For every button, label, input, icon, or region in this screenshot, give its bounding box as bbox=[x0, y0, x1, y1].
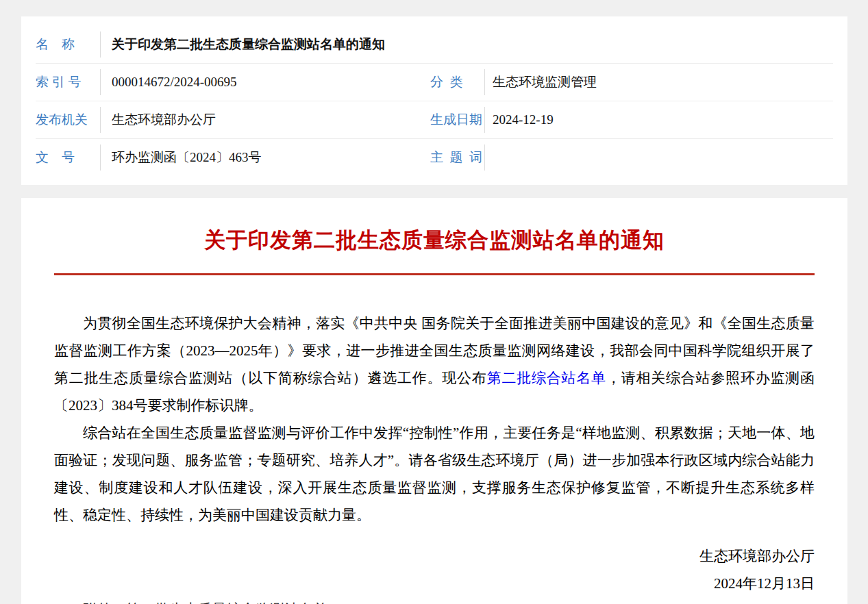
meta-cell-agency: 发布机关 生态环境部办公厅 bbox=[36, 107, 430, 133]
article-panel: 关于印发第二批生态质量综合监测站名单的通知 为贯彻全国生态环境保护大会精神，落实… bbox=[21, 198, 847, 604]
field-label-subject-words: 主 题 词 bbox=[430, 149, 484, 166]
meta-cell-category: 分 类 生态环境监测管理 bbox=[430, 69, 833, 95]
meta-cell-generated-date: 生成日期 2024-12-19 bbox=[430, 107, 833, 133]
meta-row-name: 名 称 关于印发第二批生态质量综合监测站名单的通知 bbox=[36, 26, 833, 63]
label-value-divider bbox=[484, 144, 485, 171]
page: { "colors": { "page_bg": "#f0f0f0", "pan… bbox=[0, 0, 868, 604]
meta-cell-subject-words: 主 题 词 bbox=[430, 144, 833, 171]
field-label-index-number: 索 引 号 bbox=[36, 73, 100, 91]
issuing-office-signature: 生态环境部办公厅 bbox=[54, 542, 815, 570]
title-divider-rule bbox=[54, 273, 815, 275]
station-list-link[interactable]: 第二批综合站名单 bbox=[487, 370, 606, 386]
meta-row-index-category: 索 引 号 000014672/2024-00695 分 类 生态环境监测管理 bbox=[36, 63, 833, 101]
field-value-issuing-agency: 生态环境部办公厅 bbox=[101, 111, 216, 129]
meta-row-agency-date: 发布机关 生态环境部办公厅 生成日期 2024-12-19 bbox=[36, 101, 833, 138]
signature-block: 生态环境部办公厅 2024年12月13日 bbox=[54, 542, 815, 597]
field-label-generated-date: 生成日期 bbox=[430, 111, 484, 129]
attachment-line-clipped: 附件：第二批生态质量综合监测站名单 bbox=[54, 601, 815, 604]
meta-cell-index: 索 引 号 000014672/2024-00695 bbox=[36, 69, 430, 95]
field-label-name: 名 称 bbox=[36, 36, 100, 53]
field-value-doc-number: 环办监测函〔2024〕463号 bbox=[101, 149, 262, 166]
field-value-index-number: 000014672/2024-00695 bbox=[101, 75, 237, 90]
field-label-category: 分 类 bbox=[430, 73, 484, 91]
paragraph-2: 综合站在全国生态质量监督监测与评价工作中发挥“控制性”作用，主要任务是“样地监测… bbox=[54, 419, 815, 529]
meta-cell-doc-number: 文 号 环办监测函〔2024〕463号 bbox=[36, 144, 430, 171]
meta-row-docno-subject: 文 号 环办监测函〔2024〕463号 主 题 词 bbox=[36, 138, 833, 176]
field-value-category: 生态环境监测管理 bbox=[485, 73, 597, 91]
field-label-issuing-agency: 发布机关 bbox=[36, 111, 100, 129]
paragraph-1: 为贯彻全国生态环境保护大会精神，落实《中共中央 国务院关于全面推进美丽中国建设的… bbox=[54, 310, 815, 419]
field-label-doc-number: 文 号 bbox=[36, 149, 100, 166]
field-value-name: 关于印发第二批生态质量综合监测站名单的通知 bbox=[101, 36, 385, 53]
meta-cell-name: 名 称 关于印发第二批生态质量综合监测站名单的通知 bbox=[36, 32, 833, 58]
document-info-panel: 名 称 关于印发第二批生态质量综合监测站名单的通知 索 引 号 00001467… bbox=[21, 16, 847, 185]
field-value-generated-date: 2024-12-19 bbox=[485, 112, 554, 127]
issue-date: 2024年12月13日 bbox=[54, 570, 815, 597]
article-title: 关于印发第二批生态质量综合监测站名单的通知 bbox=[54, 225, 815, 255]
